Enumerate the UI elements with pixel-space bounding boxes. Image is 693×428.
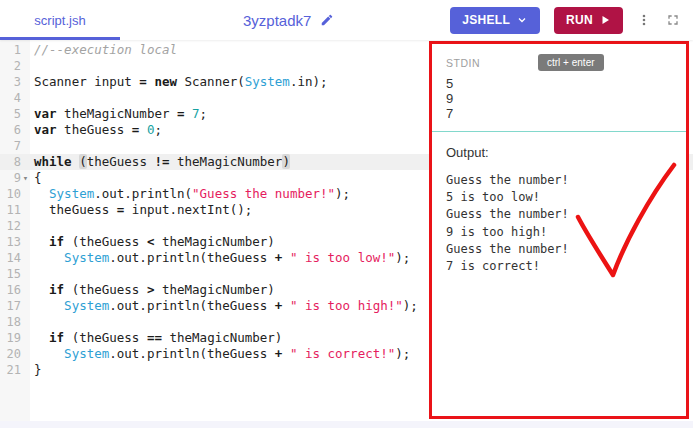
main-area: 123456789▾101112131415161718192021 //--e…: [0, 40, 693, 421]
line-number: 14: [0, 250, 21, 266]
bottom-strip: [0, 421, 693, 428]
io-panel-annotated: STDIN ctrl + enter 597 Output: Guess the…: [429, 41, 689, 419]
line-number: 21: [0, 362, 21, 378]
line-number: 1: [0, 42, 21, 58]
stdin-value-line[interactable]: 9: [446, 91, 672, 106]
kebab-menu-icon: [637, 11, 651, 29]
jshell-dropdown-button[interactable]: JSHELL: [450, 7, 540, 34]
tab-label: script.jsh: [34, 13, 85, 28]
fold-arrow-icon[interactable]: ▾: [21, 170, 30, 186]
line-number: 10: [0, 186, 21, 202]
stdin-label: STDIN: [446, 57, 480, 69]
line-number: 11: [0, 202, 21, 218]
play-icon: [599, 14, 611, 26]
stdin-input[interactable]: 597: [446, 76, 672, 121]
line-number: 13: [0, 234, 21, 250]
line-number: 6: [0, 122, 21, 138]
fullscreen-icon: [665, 12, 681, 28]
fullscreen-button[interactable]: [665, 12, 681, 28]
line-number: 5: [0, 106, 21, 122]
project-title-text: 3yzptadk7: [243, 12, 311, 29]
line-number: 2: [0, 58, 21, 74]
tab-script-jsh[interactable]: script.jsh: [0, 0, 120, 40]
red-checkmark-annotation: [565, 156, 683, 282]
gutter: 123456789▾101112131415161718192021: [0, 40, 30, 421]
line-number: 18: [0, 314, 21, 330]
stdin-value-line[interactable]: 7: [446, 106, 672, 121]
ide-window: script.jsh 3yzptadk7 JSHELL RUN: [0, 0, 693, 428]
stdin-output-divider: [432, 131, 686, 132]
shortcut-badge: ctrl + enter: [538, 54, 604, 71]
more-options-button[interactable]: [637, 11, 651, 29]
line-number: 20: [0, 346, 21, 362]
run-button[interactable]: RUN: [554, 7, 623, 34]
project-title: 3yzptadk7: [243, 0, 334, 40]
chevron-down-icon: [516, 14, 528, 26]
line-number: 7: [0, 138, 21, 154]
line-number: 4: [0, 90, 21, 106]
topbar-actions: JSHELL RUN: [450, 0, 681, 40]
stdin-header: STDIN ctrl + enter: [446, 54, 672, 71]
line-number: 17: [0, 298, 21, 314]
line-number: 9: [0, 170, 21, 186]
active-tab-indicator: [0, 37, 120, 40]
line-number: 3: [0, 74, 21, 90]
edit-pencil-icon[interactable]: [320, 13, 334, 27]
line-number: 12: [0, 218, 21, 234]
line-number: 8: [0, 154, 21, 170]
line-number: 15: [0, 266, 21, 282]
line-number: 16: [0, 282, 21, 298]
topbar: script.jsh 3yzptadk7 JSHELL RUN: [0, 0, 693, 40]
line-number: 19: [0, 330, 21, 346]
run-label: RUN: [566, 13, 593, 27]
jshell-label: JSHELL: [462, 13, 510, 27]
stdin-value-line[interactable]: 5: [446, 76, 672, 91]
